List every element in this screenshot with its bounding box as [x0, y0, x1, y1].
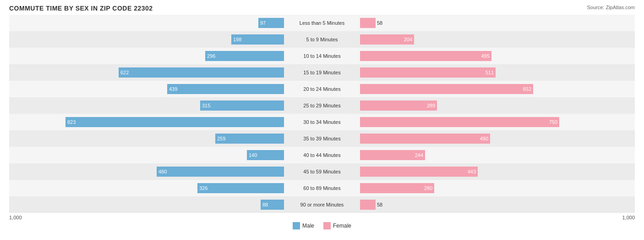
male-value: 326 — [197, 185, 209, 191]
table-row: 8890 or more Minutes58 — [9, 196, 635, 213]
female-bar: 495 — [360, 51, 491, 61]
male-bar-section: 97 — [9, 15, 284, 31]
male-bar-section: 439 — [9, 81, 284, 97]
male-value: 315 — [200, 103, 212, 108]
male-bar-section: 622 — [9, 64, 284, 81]
legend-female-box — [323, 222, 331, 229]
axis-right: 1,000 — [359, 215, 635, 220]
male-bar: 88 — [261, 200, 284, 210]
female-value: 244 — [413, 152, 425, 158]
legend-male-label: Male — [302, 223, 314, 229]
table-row: 97Less than 5 Minutes58 — [9, 15, 635, 31]
male-bar-section: 198 — [9, 31, 284, 48]
row-label: 20 to 24 Minutes — [284, 86, 360, 92]
legend-female-label: Female — [333, 223, 351, 229]
table-row: 14040 to 44 Minutes244 — [9, 147, 635, 163]
table-row: 25935 to 39 Minutes490 — [9, 130, 635, 147]
female-bar: 289 — [360, 100, 437, 111]
male-value: 259 — [215, 136, 227, 141]
female-value: 495 — [480, 53, 491, 59]
male-bar-section: 315 — [9, 97, 284, 114]
table-row: 29610 to 14 Minutes495 — [9, 48, 635, 64]
male-bar: 480 — [157, 167, 284, 177]
female-bar-section: 495 — [360, 48, 635, 64]
female-value: 652 — [521, 86, 533, 92]
male-value: 198 — [231, 37, 243, 42]
legend: Male Female — [9, 222, 635, 229]
legend-male: Male — [293, 222, 314, 229]
female-value: 204 — [402, 37, 414, 42]
row-label: Less than 5 Minutes — [284, 20, 360, 26]
male-value: 622 — [119, 70, 131, 75]
male-bar: 198 — [231, 34, 284, 45]
row-label: 40 to 44 Minutes — [284, 152, 360, 158]
female-bar: 58 — [360, 200, 376, 210]
male-bar: 140 — [247, 150, 284, 160]
female-bar-section: 58 — [360, 196, 635, 213]
female-bar: 652 — [360, 84, 533, 94]
male-bar-section: 296 — [9, 48, 284, 64]
male-value: 823 — [65, 119, 77, 125]
male-bar-section: 259 — [9, 130, 284, 147]
female-bar: 280 — [360, 183, 434, 193]
axis-left: 1,000 — [9, 215, 285, 220]
axis-labels: 1,000 1,000 — [9, 215, 635, 220]
row-label: 25 to 29 Minutes — [284, 103, 360, 108]
male-bar-section: 823 — [9, 114, 284, 130]
table-row: 43920 to 24 Minutes652 — [9, 81, 635, 97]
row-label: 35 to 39 Minutes — [284, 136, 360, 141]
female-value: 289 — [425, 103, 437, 108]
table-row: 32660 to 89 Minutes280 — [9, 180, 635, 196]
male-bar: 622 — [119, 67, 284, 78]
female-bar-section: 511 — [360, 64, 635, 81]
table-row: 31525 to 29 Minutes289 — [9, 97, 635, 114]
female-bar: 490 — [360, 134, 490, 144]
chart-title: COMMUTE TIME BY SEX IN ZIP CODE 22302 — [9, 5, 635, 12]
female-bar: 511 — [360, 67, 496, 78]
row-label: 10 to 14 Minutes — [284, 53, 360, 59]
male-value: 439 — [167, 86, 179, 92]
female-bar-section: 443 — [360, 163, 635, 180]
table-row: 1985 to 9 Minutes204 — [9, 31, 635, 48]
male-bar: 823 — [65, 117, 284, 127]
female-bar: 443 — [360, 167, 478, 177]
female-value: 750 — [547, 119, 559, 125]
row-label: 5 to 9 Minutes — [284, 37, 360, 42]
female-value: 58 — [376, 20, 382, 26]
female-value: 443 — [466, 169, 478, 174]
male-value: 296 — [205, 53, 217, 59]
male-value: 480 — [157, 169, 169, 174]
female-bar-section: 58 — [360, 15, 635, 31]
female-value: 490 — [478, 136, 490, 141]
male-bar-section: 140 — [9, 147, 284, 163]
row-label: 45 to 59 Minutes — [284, 169, 360, 174]
female-value: 280 — [422, 185, 434, 191]
male-value: 88 — [261, 202, 270, 207]
male-bar-section: 480 — [9, 163, 284, 180]
table-row: 48045 to 59 Minutes443 — [9, 163, 635, 180]
female-bar-section: 490 — [360, 130, 635, 147]
legend-female: Female — [323, 222, 351, 229]
row-label: 60 to 89 Minutes — [284, 185, 360, 191]
row-label: 30 to 34 Minutes — [284, 119, 360, 125]
female-bar-section: 204 — [360, 31, 635, 48]
female-bar: 58 — [360, 18, 376, 28]
bars-area: 97Less than 5 Minutes581985 to 9 Minutes… — [9, 15, 635, 213]
legend-male-box — [293, 222, 300, 229]
female-bar: 750 — [360, 117, 559, 127]
male-bar: 315 — [200, 100, 284, 111]
table-row: 62215 to 19 Minutes511 — [9, 64, 635, 81]
male-bar: 97 — [258, 18, 284, 28]
male-bar-section: 326 — [9, 180, 284, 196]
female-bar: 244 — [360, 150, 425, 160]
female-bar-section: 750 — [360, 114, 635, 130]
source-label: Source: ZipAtlas.com — [587, 5, 635, 10]
female-value: 58 — [376, 202, 382, 207]
row-label: 90 or more Minutes — [284, 202, 360, 207]
male-bar: 326 — [197, 183, 284, 193]
row-label: 15 to 19 Minutes — [284, 70, 360, 75]
female-bar-section: 244 — [360, 147, 635, 163]
female-bar-section: 652 — [360, 81, 635, 97]
table-row: 82330 to 34 Minutes750 — [9, 114, 635, 130]
female-bar: 204 — [360, 34, 414, 45]
